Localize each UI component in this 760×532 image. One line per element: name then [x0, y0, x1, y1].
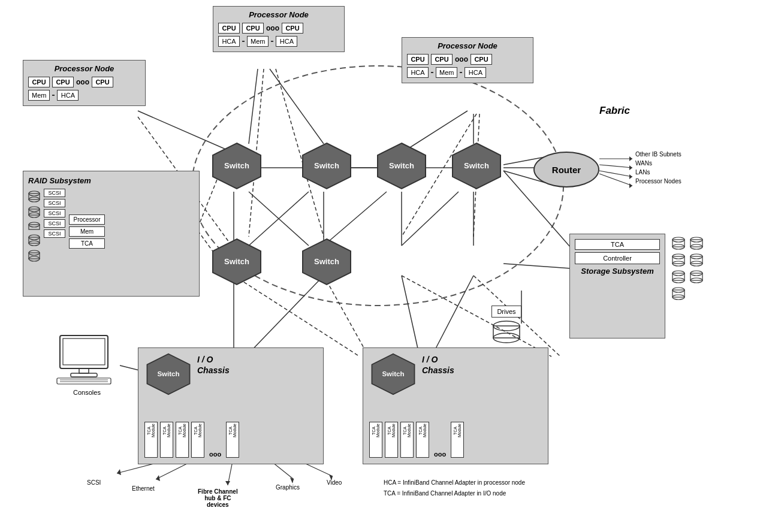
svg-rect-83 [672, 240, 684, 247]
tca-module-1-2-text: TCAModule [162, 424, 171, 437]
ib-line3: LANs [635, 168, 681, 177]
svg-line-50 [599, 165, 632, 168]
processor-node-left-title: Processor Node [28, 64, 140, 73]
svg-marker-43 [225, 481, 230, 485]
tca-module-1-1: TCAModule [144, 422, 158, 458]
tca-module-1-4: TCAModule [191, 422, 204, 458]
ib-subnets-text: Other IB Subnets WANs LANs Processor Nod… [635, 150, 681, 186]
svg-rect-113 [71, 373, 97, 377]
svg-line-26 [234, 276, 360, 356]
svg-marker-41 [156, 475, 160, 481]
cpu2: CPU [242, 23, 264, 34]
switch-5-svg: Switch [210, 238, 264, 286]
tca-raid-box: TCA [69, 238, 105, 249]
switch-3: Switch [375, 142, 429, 190]
tca-module-1-3: TCAModule [176, 422, 189, 458]
tca-module-2-3: TCAModule [400, 422, 414, 458]
tca-module-2-1-text: TCAModule [372, 424, 380, 437]
svg-rect-65 [29, 237, 40, 243]
cpu-row-top-right: CPU CPU ooo CPU [407, 54, 528, 65]
tca-module-1-3-text: TCAModule [178, 424, 186, 437]
mem-tr1: Mem [436, 67, 457, 78]
ib-line2: WANs [635, 159, 681, 168]
storage-title-text: Storage Subsystem [581, 267, 653, 276]
switch-6: Switch [300, 238, 354, 286]
consoles-area: Consoles [54, 332, 120, 396]
raid-inner: SCSI SCSI SCSI SCSI SCSI Processor Mem T… [28, 189, 194, 274]
console-icon [54, 332, 120, 386]
hca-mem-row-left: Mem HCA [28, 90, 140, 101]
svg-line-27 [324, 276, 369, 356]
switch-2: Switch [300, 142, 354, 190]
tca-module-1-1-text: TCAModule [147, 424, 155, 437]
svg-line-25 [246, 276, 324, 356]
svg-marker-53 [629, 174, 632, 179]
svg-marker-49 [629, 156, 632, 161]
io-chassis-2: Switch I / OChassis TCAModule TCAModule … [363, 347, 548, 464]
cpu-tr3: CPU [471, 54, 492, 65]
hca-mem-row-top-center: HCA Mem HCA [218, 36, 339, 47]
svg-line-28 [402, 276, 420, 356]
scsi-bottom-label: SCSI [87, 479, 101, 486]
scsi-1: SCSI [44, 189, 65, 197]
disk-icon-2 [28, 232, 40, 274]
cpu-tr1: CPU [407, 54, 429, 65]
storage-disk-svg [671, 234, 707, 338]
svg-text:Switch: Switch [389, 161, 414, 170]
svg-text:Switch: Switch [464, 161, 489, 170]
svg-line-3 [249, 69, 258, 144]
tca-module-2-5: TCAModule [451, 422, 464, 458]
svg-rect-110 [60, 335, 108, 368]
processor-node-top-center: Processor Node CPU CPU ooo CPU HCA Mem H… [213, 6, 345, 52]
svg-line-52 [599, 171, 632, 177]
svg-rect-98 [690, 256, 702, 264]
cpu-tr2: CPU [431, 54, 453, 65]
tca-module-2-2-text: TCAModule [387, 424, 396, 437]
storage-title: Storage Subsystem [575, 267, 660, 276]
router-label: Router [552, 165, 581, 175]
switch-6-svg: Switch [300, 238, 354, 286]
fibre-bottom-label: Fibre Channel hub & FC devices [198, 488, 238, 508]
switch-2-svg: Switch [300, 142, 354, 190]
router-ellipse: Router [533, 152, 599, 188]
svg-rect-95 [690, 240, 702, 247]
svg-line-30 [402, 276, 551, 356]
scsi-3: SCSI [44, 209, 65, 217]
switch-5: Switch [210, 238, 264, 286]
io-switch-1: Switch [144, 353, 192, 395]
tca-module-1-5-text: TCAModule [228, 424, 237, 437]
io-chassis-2-label: I / OChassis [422, 354, 454, 376]
svg-line-4 [270, 69, 324, 144]
mem1: Mem [247, 36, 269, 47]
hca-tr1: HCA [407, 67, 429, 78]
processor-box: Processor [69, 214, 105, 225]
svg-text:Switch: Switch [314, 161, 339, 170]
io-switch-2: Switch [369, 353, 417, 395]
svg-line-54 [599, 174, 632, 186]
tca-module-2-4: TCAModule [416, 422, 429, 458]
svg-marker-39 [117, 469, 121, 475]
svg-rect-57 [29, 194, 40, 200]
processor-node-top-right: Processor Node CPU CPU ooo CPU HCA Mem H… [402, 37, 533, 83]
tca-module-2-1: TCAModule [369, 422, 382, 458]
cpu-l1: CPU [28, 77, 50, 87]
svg-marker-45 [290, 477, 294, 483]
svg-text:Switch: Switch [314, 257, 339, 266]
svg-text:Switch: Switch [157, 370, 179, 377]
svg-rect-89 [672, 273, 684, 280]
cpu-l3: CPU [92, 77, 113, 87]
hca2: HCA [276, 36, 297, 47]
svg-text:Switch: Switch [224, 257, 249, 266]
tca-module-1-5: TCAModule [226, 422, 239, 458]
disk-icon-1 [28, 189, 40, 231]
svg-line-29 [432, 276, 474, 356]
tca-module-1-2: TCAModule [160, 422, 173, 458]
scsi-5: SCSI [44, 229, 65, 238]
proc-mem-tca-col: Processor Mem TCA [69, 189, 105, 274]
tca-module-2-2: TCAModule [385, 422, 398, 458]
tca-module-2-4-text: TCAModule [418, 424, 427, 437]
drives-label: Drives [491, 306, 521, 318]
svg-rect-112 [79, 368, 89, 373]
storage-disks [671, 234, 707, 340]
switch-1-svg: Switch [210, 142, 264, 190]
